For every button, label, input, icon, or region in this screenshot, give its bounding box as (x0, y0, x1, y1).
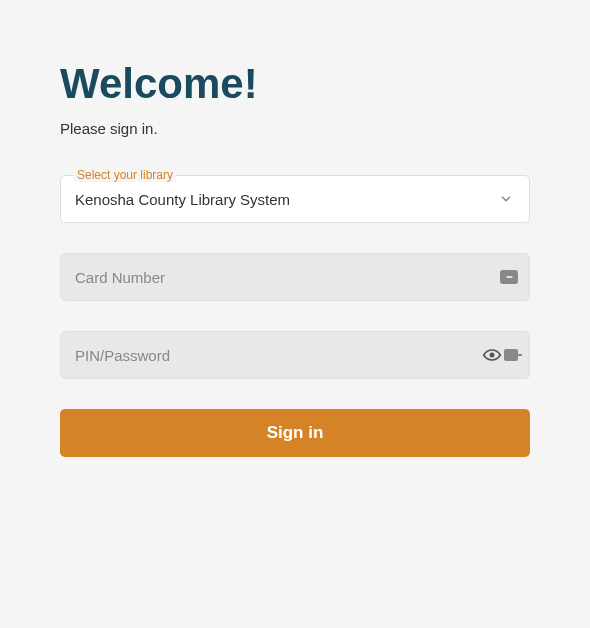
signin-button[interactable]: Sign in (60, 409, 530, 457)
pin-wrapper (60, 331, 530, 379)
keyboard-icon (500, 270, 518, 284)
card-number-wrapper (60, 253, 530, 301)
library-select-value: Kenosha County Library System (75, 191, 290, 208)
chevron-down-icon (499, 192, 513, 206)
page-subtitle: Please sign in. (60, 120, 530, 137)
page-title: Welcome! (60, 60, 530, 108)
library-select-wrapper: Select your library Kenosha County Libra… (60, 175, 530, 223)
library-select[interactable]: Kenosha County Library System (60, 175, 530, 223)
svg-point-0 (490, 353, 495, 358)
pin-input[interactable] (60, 331, 530, 379)
library-select-label: Select your library (74, 168, 176, 182)
show-password-icon[interactable] (482, 348, 518, 362)
card-number-input[interactable] (60, 253, 530, 301)
signin-form: Welcome! Please sign in. Select your lib… (60, 60, 530, 457)
key-icon (504, 349, 518, 361)
